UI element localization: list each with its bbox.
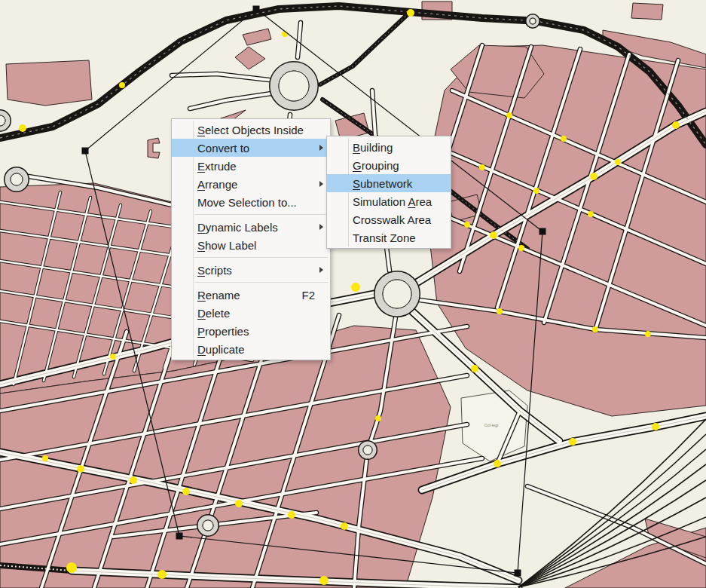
menu-item-label: Rename bbox=[197, 289, 240, 302]
menu-item-building[interactable]: Building bbox=[327, 138, 451, 156]
menu-item-label: Scripts bbox=[197, 264, 232, 277]
menu-item-label: Select Objects Inside bbox=[197, 124, 304, 136]
junction-node[interactable] bbox=[588, 211, 594, 217]
menu-item-transit-zone[interactable]: Transit Zone bbox=[327, 228, 451, 247]
menu-item-move-selection-to[interactable]: Move Selection to... bbox=[172, 193, 330, 211]
menu-item-label: Transit Zone bbox=[353, 231, 416, 244]
building-label: Col·legi bbox=[484, 423, 499, 427]
junction-node[interactable] bbox=[288, 511, 295, 519]
submenu-arrow-icon bbox=[319, 267, 323, 273]
junction-node[interactable] bbox=[518, 245, 524, 251]
menu-item-label: Move Selection to... bbox=[197, 196, 297, 209]
submenu-arrow-icon bbox=[319, 145, 323, 151]
application-window: Col·legi Select Objects InsideConvert to… bbox=[0, 0, 706, 588]
junction-node[interactable] bbox=[590, 173, 598, 180]
menu-item-scripts[interactable]: Scripts bbox=[172, 261, 330, 279]
menu-item-label: Convert to bbox=[197, 142, 249, 155]
menu-item-label: Extrude bbox=[197, 160, 237, 173]
roundabout-island bbox=[363, 446, 372, 455]
junction-node[interactable] bbox=[533, 188, 539, 194]
menu-separator bbox=[194, 257, 328, 258]
menu-item-crosswalk-area[interactable]: Crosswalk Area bbox=[327, 210, 451, 228]
menu-item-label: Crosswalk Area bbox=[353, 213, 431, 226]
junction-node[interactable] bbox=[66, 562, 77, 573]
junction-node[interactable] bbox=[561, 136, 567, 142]
selection-handle[interactable] bbox=[176, 533, 183, 540]
menu-item-label: Delete bbox=[197, 307, 230, 320]
junction-node[interactable] bbox=[319, 576, 329, 585]
menu-item-label: Building bbox=[353, 141, 393, 154]
selection-handle[interactable] bbox=[82, 148, 89, 155]
junction-node[interactable] bbox=[341, 522, 348, 530]
junction-node[interactable] bbox=[645, 331, 651, 337]
menu-item-label: Show Label bbox=[197, 239, 256, 252]
building bbox=[6, 60, 92, 106]
selection-handle[interactable] bbox=[253, 6, 260, 13]
convert-to-submenu: BuildingGroupingSubnetworkSimulation Are… bbox=[326, 136, 451, 249]
menu-separator bbox=[194, 214, 328, 215]
menu-item-label: Grouping bbox=[353, 159, 399, 172]
roundabout-island bbox=[203, 520, 213, 531]
menu-item-label: Simulation Area bbox=[353, 195, 432, 208]
menu-item-subnetwork[interactable]: Subnetwork bbox=[327, 174, 451, 192]
menu-item-label: Duplicate bbox=[197, 343, 245, 356]
junction-node[interactable] bbox=[19, 124, 26, 132]
menu-item-convert-to[interactable]: Convert to bbox=[172, 139, 330, 157]
junction-node[interactable] bbox=[119, 82, 125, 88]
junction-node[interactable] bbox=[182, 488, 190, 495]
junction-node[interactable] bbox=[615, 159, 621, 165]
junction-node[interactable] bbox=[42, 455, 48, 461]
junction-node[interactable] bbox=[506, 112, 512, 118]
junction-node[interactable] bbox=[110, 354, 116, 360]
junction-node[interactable] bbox=[77, 465, 84, 473]
menu-item-select-objects-inside[interactable]: Select Objects Inside bbox=[172, 121, 330, 139]
junction-node[interactable] bbox=[375, 415, 381, 421]
junction-node[interactable] bbox=[592, 326, 598, 332]
junction-node[interactable] bbox=[130, 476, 137, 484]
roundabout-island bbox=[530, 18, 536, 24]
menu-item-delete[interactable]: Delete bbox=[172, 304, 330, 322]
junction-node[interactable] bbox=[157, 570, 167, 579]
junction-node[interactable] bbox=[479, 164, 485, 170]
junction-node[interactable] bbox=[652, 423, 659, 430]
junction-node[interactable] bbox=[351, 283, 360, 292]
menu-item-shortcut: F2 bbox=[301, 289, 322, 302]
menu-item-label: Arrange bbox=[197, 178, 237, 191]
junction-node[interactable] bbox=[464, 222, 470, 228]
building bbox=[631, 3, 663, 20]
roundabout-island bbox=[383, 280, 411, 308]
menu-item-label: Subnetwork bbox=[353, 177, 412, 190]
context-menu: Select Objects InsideConvert toExtrudeAr… bbox=[171, 118, 331, 360]
junction-node[interactable] bbox=[407, 9, 414, 17]
menu-separator bbox=[194, 282, 328, 283]
map-canvas[interactable]: Col·legi bbox=[0, 0, 706, 588]
junction-node[interactable] bbox=[569, 438, 576, 446]
selection-handle[interactable] bbox=[539, 228, 546, 235]
submenu-arrow-icon bbox=[319, 224, 323, 230]
menu-item-duplicate[interactable]: Duplicate bbox=[172, 340, 330, 358]
menu-item-properties[interactable]: Properties bbox=[172, 322, 330, 340]
menu-item-dynamic-labels[interactable]: Dynamic Labels bbox=[172, 218, 330, 236]
menu-item-label: Properties bbox=[197, 325, 249, 338]
junction-node[interactable] bbox=[672, 121, 680, 129]
junction-node[interactable] bbox=[490, 231, 497, 239]
selection-handle[interactable] bbox=[515, 570, 521, 577]
menu-item-label: Dynamic Labels bbox=[197, 221, 278, 234]
junction-node[interactable] bbox=[471, 365, 478, 372]
roundabout-island bbox=[279, 71, 309, 101]
junction-node[interactable] bbox=[235, 500, 243, 507]
menu-item-arrange[interactable]: Arrange bbox=[172, 175, 330, 193]
menu-item-simulation-area[interactable]: Simulation Area bbox=[327, 192, 451, 210]
menu-item-show-label[interactable]: Show Label bbox=[172, 236, 330, 254]
menu-item-extrude[interactable]: Extrude bbox=[172, 157, 330, 175]
junction-node[interactable] bbox=[497, 308, 503, 314]
junction-node[interactable] bbox=[494, 460, 501, 467]
submenu-arrow-icon bbox=[319, 181, 323, 187]
menu-item-rename[interactable]: RenameF2 bbox=[172, 286, 330, 304]
menu-item-grouping[interactable]: Grouping bbox=[327, 156, 451, 174]
roundabout-island bbox=[11, 173, 23, 185]
